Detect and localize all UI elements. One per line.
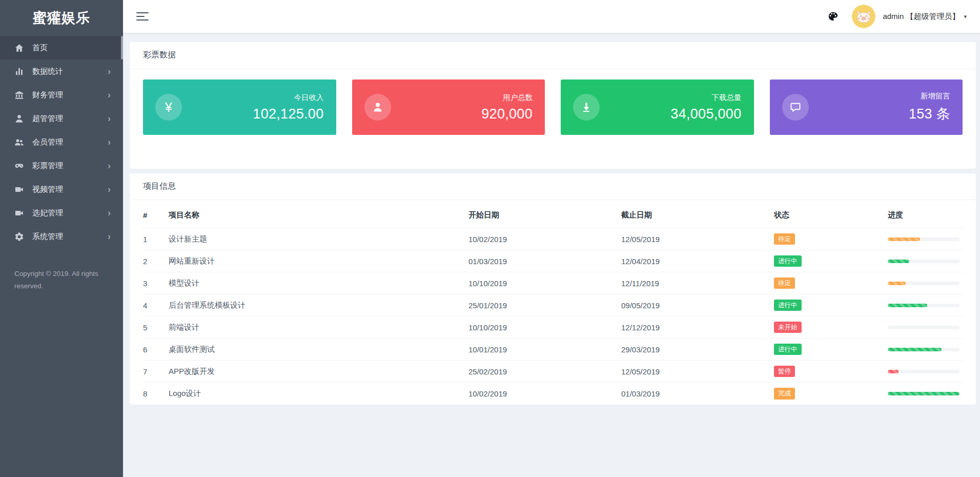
sidebar-scrollbar[interactable] <box>121 36 123 59</box>
stat-card-value: 153 条 <box>909 105 950 123</box>
sidebar-item-彩票管理[interactable]: 彩票管理 › <box>0 154 123 177</box>
sidebar-item-财务管理[interactable]: 财务管理 › <box>0 83 123 107</box>
stat-card-label: 用户总数 <box>481 93 533 103</box>
cell-progress <box>888 250 963 272</box>
cell-start-date: 10/02/2019 <box>468 383 621 405</box>
yen-icon: ¥ <box>155 94 182 121</box>
sidebar-item-视频管理[interactable]: 视频管理 › <box>0 177 123 201</box>
panel-title-projects: 项目信息 <box>130 173 976 200</box>
column-header: 进度 <box>888 200 963 228</box>
cell-id: 8 <box>143 383 169 405</box>
download-icon <box>573 94 600 121</box>
page-content: 彩票数据 ¥ 今日收入 102,125.00 用户总数 920,000 下载总量… <box>123 33 980 477</box>
menu-toggle-icon[interactable] <box>136 12 149 21</box>
table-row: 3 模型设计 10/10/2019 12/11/2019 待定 <box>143 272 963 294</box>
cell-id: 7 <box>143 361 169 383</box>
home-icon <box>14 43 24 53</box>
chevron-right-icon: › <box>108 185 111 194</box>
chevron-right-icon: › <box>108 67 111 76</box>
progress-bar <box>888 260 959 263</box>
table-row: 5 前端设计 10/10/2019 12/12/2019 未开始 <box>143 316 963 339</box>
table-row: 4 后台管理系统模板设计 25/01/2019 09/05/2019 进行中 <box>143 294 963 316</box>
sidebar: 蜜獾娱乐 首页 数据统计 › 财务管理 › 超管管理 › 会员管理 › 彩票管理… <box>0 0 123 477</box>
table-row: 8 Logo设计 10/02/2019 01/03/2019 完成 <box>143 383 963 405</box>
progress-fill <box>888 260 909 263</box>
topbar-right: admin 【超级管理员】 ▾ <box>827 5 967 28</box>
progress-fill <box>888 348 942 351</box>
progress-bar <box>888 282 959 285</box>
stat-card: ¥ 今日收入 102,125.00 <box>143 80 336 135</box>
cell-end-date: 12/05/2019 <box>621 361 774 383</box>
user-menu[interactable]: admin 【超级管理员】 ▾ <box>883 12 967 22</box>
cell-id: 2 <box>143 250 169 272</box>
cell-status: 完成 <box>774 383 888 405</box>
table-row: 1 设计新主题 10/02/2019 12/05/2019 待定 <box>143 228 963 250</box>
stat-card-meta: 今日收入 102,125.00 <box>253 93 323 122</box>
stat-card-value: 920,000 <box>481 106 533 122</box>
palette-icon[interactable] <box>827 11 839 22</box>
status-badge: 进行中 <box>774 255 802 267</box>
progress-bar <box>888 304 959 307</box>
column-header: 项目名称 <box>169 200 468 228</box>
sidebar-item-会员管理[interactable]: 会员管理 › <box>0 130 123 154</box>
cell-id: 5 <box>143 316 169 339</box>
chevron-right-icon: › <box>108 90 111 100</box>
cell-project-name: 桌面软件测试 <box>169 339 468 361</box>
cell-status: 待定 <box>774 272 888 294</box>
sidebar-item-label: 超管管理 <box>32 114 63 124</box>
caret-down-icon: ▾ <box>964 13 967 20</box>
sidebar-item-首页[interactable]: 首页 <box>0 36 123 59</box>
progress-bar <box>888 392 959 395</box>
chevron-right-icon: › <box>108 232 111 241</box>
status-badge: 待定 <box>774 277 795 289</box>
sidebar-item-数据统计[interactable]: 数据统计 › <box>0 59 123 83</box>
cell-project-name: 设计新主题 <box>169 228 468 250</box>
cell-project-name: 前端设计 <box>169 316 468 339</box>
stat-card-label: 下载总量 <box>670 93 741 103</box>
chevron-right-icon: › <box>108 208 111 217</box>
cell-id: 3 <box>143 272 169 294</box>
cell-start-date: 10/02/2019 <box>468 228 621 250</box>
sidebar-item-系统管理[interactable]: 系统管理 › <box>0 225 123 248</box>
cell-start-date: 10/10/2019 <box>468 272 621 294</box>
cell-start-date: 25/02/2019 <box>468 361 621 383</box>
sidebar-item-选妃管理[interactable]: 选妃管理 › <box>0 201 123 225</box>
sidebar-item-label: 财务管理 <box>32 90 63 100</box>
progress-fill <box>888 282 906 285</box>
cell-project-name: 模型设计 <box>169 272 468 294</box>
avatar[interactable] <box>852 5 875 28</box>
sidebar-item-label: 会员管理 <box>32 137 63 147</box>
cell-status: 进行中 <box>774 294 888 316</box>
stat-card-label: 新增留言 <box>909 91 950 101</box>
sidebar-item-label: 彩票管理 <box>32 161 63 171</box>
progress-bar <box>888 237 959 241</box>
cell-progress <box>888 383 963 405</box>
status-badge: 进行中 <box>774 344 802 355</box>
sidebar-item-label: 视频管理 <box>32 185 63 194</box>
table-body: 1 设计新主题 10/02/2019 12/05/2019 待定 2 网站重新设… <box>143 228 963 405</box>
project-info-panel: 项目信息 #项目名称开始日期截止日期状态进度 1 设计新主题 10/02/201… <box>130 173 976 405</box>
bar-chart-icon <box>14 67 24 76</box>
cell-start-date: 10/10/2019 <box>468 316 621 339</box>
cell-start-date: 25/01/2019 <box>468 294 621 316</box>
video-icon <box>14 185 24 194</box>
sidebar-item-超管管理[interactable]: 超管管理 › <box>0 107 123 130</box>
table-header-row: #项目名称开始日期截止日期状态进度 <box>143 200 963 228</box>
cell-end-date: 09/05/2019 <box>621 294 774 316</box>
main-area: admin 【超级管理员】 ▾ 彩票数据 ¥ 今日收入 102,125.00 用… <box>123 0 980 477</box>
column-header: 截止日期 <box>621 200 774 228</box>
cell-project-name: 后台管理系统模板设计 <box>169 294 468 316</box>
status-badge: 未开始 <box>774 322 802 333</box>
stat-card-meta: 用户总数 920,000 <box>481 93 533 122</box>
person-icon <box>364 94 391 121</box>
status-badge: 暂停 <box>774 366 795 377</box>
table-row: 6 桌面软件测试 10/01/2019 29/03/2019 进行中 <box>143 339 963 361</box>
stat-card: 新增留言 153 条 <box>770 80 963 135</box>
user-icon <box>14 114 24 124</box>
progress-fill <box>888 237 920 241</box>
column-header: # <box>143 200 169 228</box>
app-logo: 蜜獾娱乐 <box>0 0 123 36</box>
stat-card: 下载总量 34,005,000 <box>561 80 754 135</box>
cell-progress <box>888 361 963 383</box>
cell-end-date: 12/05/2019 <box>621 228 774 250</box>
